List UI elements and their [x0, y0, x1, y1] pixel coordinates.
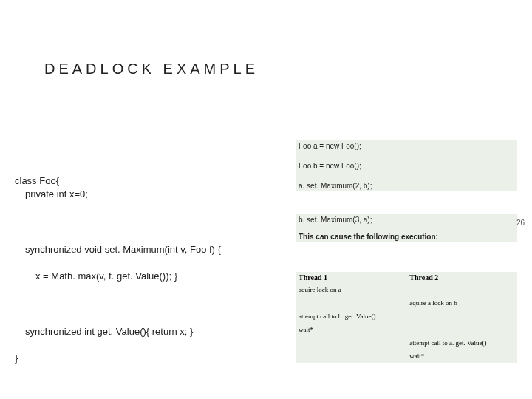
code-line: synchronized void set. Maximum(int v, Fo… [15, 243, 296, 256]
exec-line: Foo b = new Foo(); [296, 160, 517, 171]
table-cell: attempt call to a. get. Value() [406, 336, 517, 349]
code-line: class Foo{ [15, 175, 59, 186]
exec-line: a. set. Maximum(2, b); [296, 180, 517, 191]
execution-box-top: Foo a = new Foo(); Foo b = new Foo(); a.… [296, 140, 517, 191]
table-cell: attempt call to b. get. Value() [296, 310, 406, 323]
table-cell [296, 336, 406, 349]
slide-title: DEADLOCK EXAMPLE [44, 61, 259, 78]
table-row: aquire lock on a [296, 283, 517, 296]
code-line: private int x=0; [15, 188, 296, 201]
table-cell [296, 296, 406, 310]
table-header: Thread 1 [296, 272, 406, 283]
table-row: aquire a lock on b [296, 296, 517, 310]
table-cell: wait* [406, 349, 517, 363]
table-row: wait* [296, 323, 517, 336]
exec-line: b. set. Maximum(3, a); [296, 214, 517, 225]
execution-box-bottom: b. set. Maximum(3, a); This can cause th… [296, 214, 517, 242]
thread-table: Thread 1 Thread 2 aquire lock on a aquir… [296, 272, 517, 363]
table-cell [406, 323, 517, 336]
table-row: wait* [296, 349, 517, 363]
code-line: x = Math. max(v, f. get. Value()); } [15, 270, 296, 283]
table-cell: wait* [296, 323, 406, 336]
code-line: synchronized int get. Value(){ return x;… [15, 325, 296, 338]
table-cell: aquire lock on a [296, 283, 406, 296]
exec-line: This can cause the following execution: [296, 231, 517, 242]
table-cell [406, 283, 517, 296]
code-line: } [15, 352, 18, 364]
page-number: 26 [516, 219, 525, 227]
table-header: Thread 2 [406, 272, 517, 283]
exec-line: Foo a = new Foo(); [296, 140, 517, 151]
table-cell [296, 349, 406, 363]
code-block-left: class Foo{ private int x=0; synchronized… [15, 161, 296, 365]
table-cell: aquire a lock on b [406, 296, 517, 310]
table-cell [406, 310, 517, 323]
table-row: attempt call to a. get. Value() [296, 336, 517, 349]
table-row: attempt call to b. get. Value() [296, 310, 517, 323]
